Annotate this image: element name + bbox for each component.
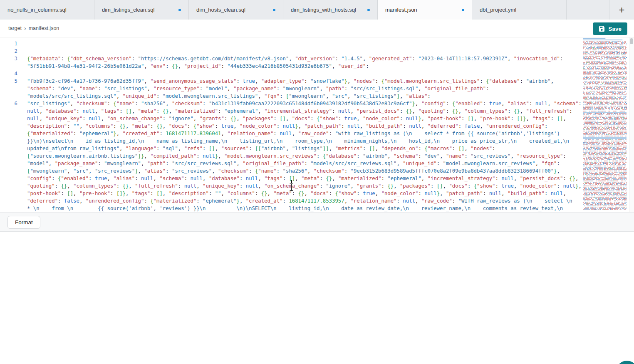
json-token: "meta" <box>301 176 319 181</box>
save-label: Save <box>608 26 622 32</box>
json-token: "" <box>215 191 221 196</box>
json-token: "snowflake" <box>310 78 344 84</box>
json-token: null <box>347 123 360 129</box>
tab-dim_listings_with_hosts.sql[interactable]: dim_listings_with_hosts.sql <box>283 0 378 20</box>
json-token: "materialized" <box>30 131 73 136</box>
results-panel <box>0 232 634 364</box>
tab-dim_hosts_clean.sql[interactable]: dim_hosts_clean.sql <box>189 0 283 20</box>
json-token: { <box>326 176 329 181</box>
json-token: "depends_on" <box>381 146 419 151</box>
json-token: "show" <box>338 191 357 196</box>
json-token: true <box>221 123 234 129</box>
json-token: null <box>27 116 40 121</box>
json-token: "project_id" <box>184 63 221 69</box>
add-tab-button[interactable]: + <box>609 0 634 20</box>
json-token: "checksum" <box>172 101 203 106</box>
json-token: } <box>523 116 526 121</box>
json-token: "44eb333ec4a216b8505431d932e6b675" <box>227 63 332 69</box>
json-token: "path" <box>326 86 344 92</box>
json-token: "models/src/src_reviews.sql" <box>310 161 396 166</box>
json-token: "src" <box>73 168 89 174</box>
json-token: "macros" <box>428 146 452 151</box>
tab-dim_listings_clean.sql[interactable]: dim_listings_clean.sql <box>94 0 189 20</box>
tab-dbt_project.yml[interactable]: dbt_project.yml <box>472 0 567 20</box>
json-token: } <box>123 191 126 196</box>
json-token: null <box>403 198 415 204</box>
json-token: { <box>298 191 301 196</box>
json-token: "patch_path" <box>446 191 483 196</box>
tab-no_nulls_in_columns.sql[interactable]: no_nulls_in_columns.sql <box>0 0 94 20</box>
json-token: { <box>387 183 390 189</box>
json-token: null <box>424 191 437 196</box>
format-button[interactable]: Format <box>7 216 40 229</box>
json-token: "post-hook" <box>27 191 61 196</box>
json-token: null <box>190 176 203 181</box>
unsaved-indicator-icon[interactable] <box>273 9 275 11</box>
json-token: "model.mwonglearn.src_listings" <box>163 93 258 99</box>
json-token: true <box>243 78 255 84</box>
json-token: } <box>264 191 267 196</box>
json-token: "nodes" <box>354 78 375 84</box>
json-token: "show" <box>196 123 215 129</box>
json-token: "ephemeral" <box>79 131 113 136</box>
json-token: "" <box>73 123 79 129</box>
json-token: "mwonglearn" <box>30 168 67 174</box>
unsaved-indicator-icon[interactable] <box>367 9 370 11</box>
json-token: "created_at" <box>246 198 283 204</box>
json-token: "original_file_path" <box>243 161 304 166</box>
json-token: "incremental_strategy" <box>428 176 495 181</box>
json-token: { <box>123 183 126 189</box>
json-token: [ <box>458 146 461 151</box>
line-number: 2 <box>0 47 17 55</box>
breadcrumb-item[interactable]: target <box>8 25 22 31</box>
tab-manifest.json[interactable]: manifest.json <box>378 0 472 20</box>
json-token: null <box>280 131 292 136</box>
code-line: 4 <box>0 70 634 77</box>
json-token: "full_refresh" <box>135 183 178 189</box>
json-token: { <box>119 123 122 129</box>
json-token: "created_at" <box>123 131 160 136</box>
json-token: "build_path" <box>366 123 403 129</box>
unsaved-indicator-icon[interactable] <box>178 9 181 11</box>
json-token: ] <box>397 93 400 99</box>
json-token: "node_color" <box>240 123 277 129</box>
json-token: "name" <box>446 153 464 159</box>
editor-minimap[interactable] <box>582 38 628 210</box>
json-token: ] <box>129 108 131 114</box>
code-editor[interactable]: 123{"metadata": {"dbt_schema_version": "… <box>0 37 634 212</box>
json-token: "ephemeral" <box>224 108 258 114</box>
json-token: "docs" <box>310 191 329 196</box>
json-token: "relation_name" <box>350 198 396 204</box>
json-token: "original_file_path" <box>424 86 486 92</box>
json-token: { <box>474 183 477 189</box>
json-token: { <box>335 191 338 196</box>
json-token: "fbb9f3c2-cf96-4a17-b736-976a62d35ff9" <box>27 78 144 84</box>
json-token: true <box>363 191 375 196</box>
json-token: "src_reviews" <box>471 153 510 159</box>
json-token: } <box>295 123 298 129</box>
json-token: "packages" <box>400 183 431 189</box>
json-token: "ignore" <box>169 116 193 121</box>
breadcrumb-item[interactable]: manifest.json <box>29 25 59 31</box>
json-token: "database" <box>326 153 357 159</box>
unsaved-indicator-icon[interactable] <box>462 9 464 11</box>
json-token: "src/src_reviews.sql" <box>172 161 236 166</box>
json-token: "name" <box>79 86 98 92</box>
code-text <box>17 70 582 77</box>
json-token: "src_listings" <box>354 93 397 99</box>
json-token: } <box>554 168 557 174</box>
editor-scrollbar[interactable] <box>629 37 634 212</box>
json-token: "src_listings" <box>27 101 70 106</box>
json-token: "schema" <box>394 153 418 159</box>
json-token: "user_id" <box>338 63 366 69</box>
code-text <box>17 40 582 47</box>
tab-label: dim_listings_clean.sql <box>102 7 154 13</box>
json-token: } <box>175 63 178 69</box>
tab-bar: no_nulls_in_columns.sqldim_listings_clea… <box>0 0 634 20</box>
json-token: ] <box>212 146 215 151</box>
save-button[interactable]: Save <box>593 22 627 35</box>
json-token: [ <box>280 116 282 121</box>
code-line: 5"fbb9f3c2-cf96-4a17-b736-976a62d35ff9",… <box>0 77 634 100</box>
scrollbar-thumb[interactable] <box>630 38 633 44</box>
json-token: false <box>64 198 79 204</box>
